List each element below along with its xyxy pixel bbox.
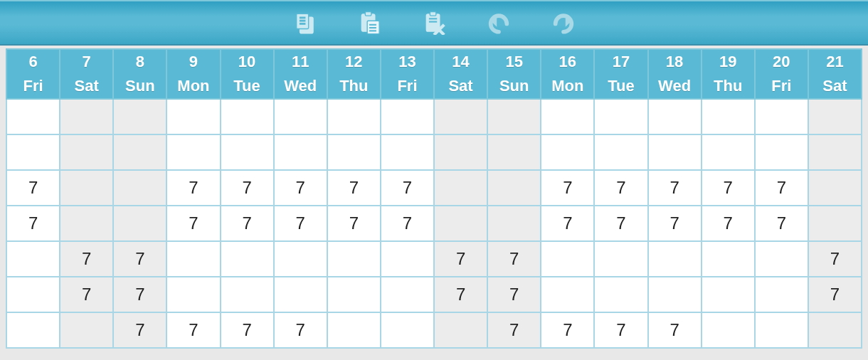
calendar-cell[interactable]: 7 <box>113 312 166 348</box>
header-day-number[interactable]: 6 <box>6 49 60 74</box>
header-day-of-week[interactable]: Mon <box>541 74 594 99</box>
calendar-cell[interactable] <box>327 277 381 312</box>
calendar-cell[interactable] <box>221 99 274 134</box>
calendar-cell[interactable]: 7 <box>60 241 113 277</box>
calendar-cell[interactable] <box>113 206 166 241</box>
header-day-number[interactable]: 21 <box>808 49 862 74</box>
calendar-cell[interactable]: 7 <box>221 170 274 206</box>
calendar-cell[interactable] <box>60 134 113 170</box>
calendar-cell[interactable]: 7 <box>221 312 274 348</box>
header-day-of-week[interactable]: Sun <box>113 74 166 99</box>
calendar-cell[interactable] <box>487 170 541 206</box>
calendar-cell[interactable] <box>648 277 702 312</box>
calendar-cell[interactable] <box>6 99 60 134</box>
calendar-cell[interactable] <box>6 134 60 170</box>
calendar-cell[interactable] <box>327 241 381 277</box>
calendar-cell[interactable] <box>755 312 808 348</box>
calendar-cell[interactable] <box>487 134 541 170</box>
header-day-of-week[interactable]: Thu <box>702 74 755 99</box>
calendar-cell[interactable]: 7 <box>221 206 274 241</box>
calendar-cell[interactable] <box>702 241 755 277</box>
calendar-cell[interactable]: 7 <box>113 277 166 312</box>
header-day-number[interactable]: 20 <box>755 49 808 74</box>
calendar-cell[interactable] <box>434 206 487 241</box>
header-day-of-week[interactable]: Fri <box>6 74 60 99</box>
calendar-cell[interactable]: 7 <box>702 206 755 241</box>
header-day-of-week[interactable]: Wed <box>648 74 702 99</box>
calendar-cell[interactable] <box>808 99 862 134</box>
calendar-cell[interactable] <box>6 241 60 277</box>
calendar-cell[interactable]: 7 <box>6 170 60 206</box>
calendar-cell[interactable] <box>702 277 755 312</box>
calendar-cell[interactable] <box>166 241 220 277</box>
header-day-of-week[interactable]: Sat <box>434 74 487 99</box>
calendar-cell[interactable] <box>60 312 113 348</box>
header-day-number[interactable]: 15 <box>487 49 541 74</box>
calendar-cell[interactable] <box>221 134 274 170</box>
header-day-of-week[interactable]: Sun <box>487 74 541 99</box>
header-day-number[interactable]: 14 <box>434 49 487 74</box>
calendar-cell[interactable] <box>487 206 541 241</box>
calendar-cell[interactable]: 7 <box>594 312 647 348</box>
calendar-cell[interactable] <box>274 241 327 277</box>
calendar-cell[interactable] <box>381 241 434 277</box>
calendar-cell[interactable]: 7 <box>702 170 755 206</box>
calendar-cell[interactable] <box>702 134 755 170</box>
header-day-number[interactable]: 12 <box>327 49 381 74</box>
calendar-cell[interactable] <box>648 241 702 277</box>
calendar-cell[interactable] <box>381 312 434 348</box>
paste-button[interactable] <box>356 10 382 36</box>
calendar-cell[interactable] <box>594 99 647 134</box>
calendar-cell[interactable]: 7 <box>381 170 434 206</box>
header-day-number[interactable]: 8 <box>113 49 166 74</box>
calendar-cell[interactable] <box>381 99 434 134</box>
header-day-of-week[interactable]: Sat <box>808 74 862 99</box>
calendar-cell[interactable] <box>274 134 327 170</box>
header-day-number[interactable]: 11 <box>274 49 327 74</box>
delete-paste-button[interactable] <box>421 10 447 36</box>
calendar-cell[interactable]: 7 <box>487 312 541 348</box>
header-day-of-week[interactable]: Mon <box>166 74 220 99</box>
calendar-cell[interactable] <box>808 170 862 206</box>
calendar-cell[interactable] <box>755 134 808 170</box>
calendar-cell[interactable] <box>594 134 647 170</box>
calendar-cell[interactable]: 7 <box>113 241 166 277</box>
calendar-cell[interactable]: 7 <box>755 206 808 241</box>
calendar-cell[interactable] <box>113 170 166 206</box>
header-day-of-week[interactable]: Wed <box>274 74 327 99</box>
calendar-cell[interactable] <box>808 134 862 170</box>
calendar-cell[interactable] <box>274 277 327 312</box>
calendar-cell[interactable] <box>113 134 166 170</box>
header-day-number[interactable]: 19 <box>702 49 755 74</box>
calendar-cell[interactable] <box>60 99 113 134</box>
calendar-cell[interactable]: 7 <box>274 206 327 241</box>
header-day-number[interactable]: 7 <box>60 49 113 74</box>
header-day-of-week[interactable]: Thu <box>327 74 381 99</box>
calendar-cell[interactable] <box>166 277 220 312</box>
calendar-cell[interactable] <box>434 134 487 170</box>
calendar-cell[interactable]: 7 <box>166 312 220 348</box>
calendar-cell[interactable] <box>166 134 220 170</box>
calendar-cell[interactable] <box>808 312 862 348</box>
calendar-cell[interactable] <box>327 312 381 348</box>
calendar-cell[interactable] <box>274 99 327 134</box>
header-day-of-week[interactable]: Tue <box>221 74 274 99</box>
calendar-cell[interactable] <box>60 170 113 206</box>
calendar-cell[interactable]: 7 <box>6 206 60 241</box>
calendar-cell[interactable] <box>221 277 274 312</box>
calendar-cell[interactable] <box>541 277 594 312</box>
calendar-cell[interactable]: 7 <box>381 206 434 241</box>
calendar-cell[interactable] <box>487 99 541 134</box>
calendar-cell[interactable] <box>541 134 594 170</box>
calendar-cell[interactable]: 7 <box>60 277 113 312</box>
calendar-cell[interactable]: 7 <box>166 170 220 206</box>
calendar-cell[interactable]: 7 <box>166 206 220 241</box>
undo-button[interactable] <box>486 10 512 36</box>
calendar-cell[interactable]: 7 <box>808 241 862 277</box>
calendar-cell[interactable] <box>221 241 274 277</box>
calendar-cell[interactable]: 7 <box>274 312 327 348</box>
calendar-cell[interactable] <box>702 99 755 134</box>
calendar-cell[interactable] <box>594 277 647 312</box>
calendar-cell[interactable]: 7 <box>327 170 381 206</box>
calendar-cell[interactable] <box>434 170 487 206</box>
